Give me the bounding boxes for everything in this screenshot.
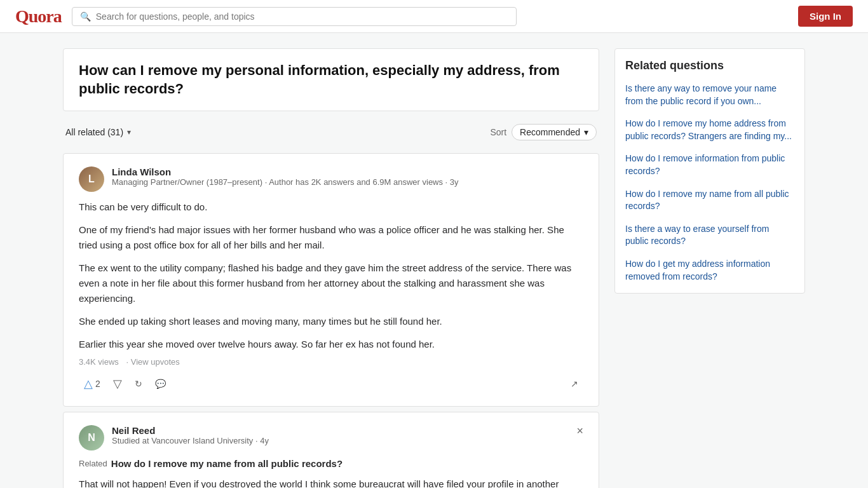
related-questions-box: Related questions Is there any way to re…: [614, 48, 805, 294]
related-question-header: Related How do I remove my name from all…: [79, 458, 583, 469]
header: Quora 🔍 Sign In: [0, 0, 868, 33]
share-button[interactable]: ↗: [566, 376, 583, 391]
answer-header: N Neil Reed Studied at Vancouver Island …: [79, 425, 583, 451]
avatar: L: [79, 166, 104, 192]
related-question-link[interactable]: How do I remove my name from all public …: [625, 189, 789, 212]
answer-card: L Linda Wilson Managing Partner/Owner (1…: [63, 153, 599, 407]
related-question-link[interactable]: How do I remove information from public …: [625, 153, 785, 176]
answer-text: That will not happen! Even if you destro…: [79, 477, 583, 488]
content-area: How can I remove my personal information…: [63, 48, 599, 488]
list-item: How do I remove information from public …: [625, 152, 794, 177]
author-info: Neil Reed Studied at Vancouver Island Un…: [112, 425, 576, 445]
view-upvotes-link[interactable]: · View upvotes: [126, 357, 180, 367]
related-question-link: How do I remove my name from all public …: [111, 458, 342, 469]
chevron-down-icon: ▾: [584, 127, 588, 137]
related-label: Related: [79, 459, 107, 468]
downvote-icon: ▽: [113, 377, 122, 391]
question-title: How can I remove my personal information…: [79, 62, 583, 98]
search-input[interactable]: [96, 11, 508, 22]
avatar: N: [79, 425, 104, 451]
all-related-filter[interactable]: All related (31) ▾: [65, 127, 131, 137]
answer-actions: △ 2 ▽ ↻ 💬 ↗: [79, 374, 583, 393]
answer-text: This can be very difficult to do. One of…: [79, 200, 583, 352]
upvote-count: 2: [95, 379, 100, 389]
upvote-button[interactable]: △ 2: [79, 374, 105, 393]
filter-bar: All related (31) ▾ Sort Recommended ▾: [63, 116, 599, 148]
related-questions-title: Related questions: [625, 59, 794, 72]
comment-button[interactable]: 💬: [150, 376, 171, 391]
related-question-link[interactable]: Is there any way to remove your name fro…: [625, 83, 776, 106]
author-name: Neil Reed: [112, 425, 576, 436]
sidebar: Related questions Is there any way to re…: [614, 48, 805, 488]
main-container: How can I remove my personal information…: [53, 33, 815, 488]
refresh-icon: ↻: [135, 379, 142, 389]
author-info: Linda Wilson Managing Partner/Owner (198…: [112, 166, 583, 187]
answer-paragraph: This can be very difficult to do.: [79, 200, 583, 215]
recommended-sort-button[interactable]: Recommended ▾: [512, 124, 597, 140]
downvote-button[interactable]: ▽: [108, 374, 127, 393]
answer-paragraph: She ended up taking short leases and mov…: [79, 314, 583, 329]
comment-icon: 💬: [155, 379, 166, 389]
list-item: How do I remove my name from all public …: [625, 188, 794, 213]
author-meta: Studied at Vancouver Island University ·…: [112, 436, 576, 445]
answer-paragraph: That will not happen! Even if you destro…: [79, 477, 583, 488]
close-button[interactable]: ×: [576, 425, 583, 437]
chevron-down-icon: ▾: [127, 128, 131, 137]
list-item: Is there any way to remove your name fro…: [625, 83, 794, 107]
answer-paragraph: One of my friend's had major issues with…: [79, 222, 583, 253]
recommended-label: Recommended: [520, 127, 580, 137]
author-meta: Managing Partner/Owner (1987–present) · …: [112, 177, 583, 187]
related-question-link[interactable]: How do I get my address information remo…: [625, 259, 770, 281]
answer-header: L Linda Wilson Managing Partner/Owner (1…: [79, 166, 583, 192]
related-question-link[interactable]: How do I remove my home address from pub…: [625, 118, 792, 141]
sign-in-button[interactable]: Sign In: [798, 6, 853, 27]
answer-paragraph: The ex went to the utility company; flas…: [79, 261, 583, 306]
list-item: How do I get my address information remo…: [625, 258, 794, 283]
header-right: Sign In: [798, 6, 853, 27]
list-item: How do I remove my home address from pub…: [625, 118, 794, 142]
share-icon: ↗: [571, 379, 578, 389]
answer-paragraph: Earlier this year she moved over twelve …: [79, 337, 583, 352]
answer-stats: 3.4K views · View upvotes: [79, 357, 583, 367]
list-item: Is there a way to erase yourself from pu…: [625, 223, 794, 248]
upvote-icon: △: [84, 377, 93, 391]
sort-section: Sort Recommended ▾: [490, 124, 597, 140]
sort-label: Sort: [490, 127, 506, 137]
search-bar[interactable]: 🔍: [72, 7, 517, 26]
search-icon: 🔍: [80, 11, 91, 22]
question-card: How can I remove my personal information…: [63, 48, 599, 111]
views-count: 3.4K views: [79, 357, 119, 367]
all-related-label: All related (31): [65, 127, 123, 137]
answer-card: N Neil Reed Studied at Vancouver Island …: [63, 412, 599, 488]
quora-logo[interactable]: Quora: [15, 6, 62, 27]
related-question-link[interactable]: Is there a way to erase yourself from pu…: [625, 224, 769, 247]
author-name: Linda Wilson: [112, 166, 583, 177]
refresh-button[interactable]: ↻: [130, 376, 147, 391]
